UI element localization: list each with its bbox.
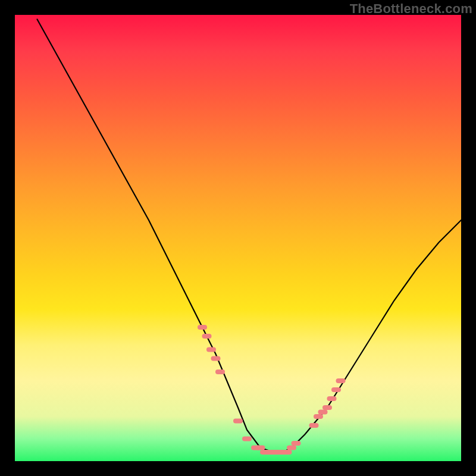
data-point	[309, 423, 319, 428]
data-point	[206, 347, 216, 352]
data-point	[260, 450, 270, 455]
data-point	[336, 378, 346, 383]
data-point	[278, 450, 287, 455]
data-point	[292, 441, 301, 446]
data-point	[198, 325, 207, 330]
chart-frame: TheBottleneck.com	[0, 0, 476, 476]
data-point	[331, 387, 341, 392]
data-point	[211, 356, 221, 361]
data-point	[202, 334, 212, 339]
data-point	[327, 396, 337, 401]
data-point	[322, 405, 332, 410]
bottleneck-curve	[37, 20, 462, 453]
data-point	[215, 369, 225, 374]
data-point	[318, 410, 328, 415]
data-point	[283, 450, 292, 455]
data-point	[251, 446, 261, 450]
data-point	[256, 446, 265, 450]
data-point	[314, 414, 323, 419]
data-point	[265, 450, 274, 455]
data-point	[233, 419, 243, 424]
watermark: TheBottleneck.com	[350, 1, 472, 17]
plot-area	[15, 15, 461, 461]
data-point	[269, 450, 278, 455]
data-point	[287, 446, 296, 450]
data-point	[274, 450, 283, 455]
data-point	[242, 437, 252, 441]
scatter-overlay	[198, 325, 346, 455]
chart-svg	[15, 15, 461, 461]
